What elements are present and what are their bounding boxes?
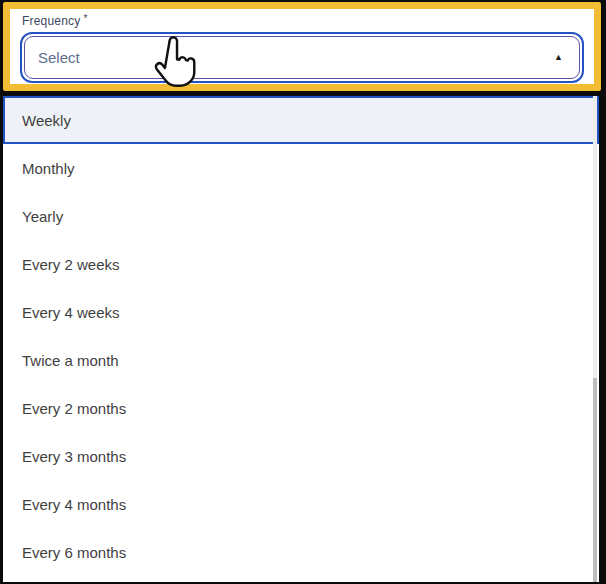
select-placeholder: Select <box>38 49 80 66</box>
option-every-4-months[interactable]: Every 4 months <box>3 480 599 528</box>
frequency-select[interactable]: Select ▲ <box>20 32 584 83</box>
option-every-4-weeks[interactable]: Every 4 weeks <box>3 288 599 336</box>
frequency-dropdown-list: Weekly Monthly Yearly Every 2 weeks Ever… <box>3 96 599 582</box>
option-monthly[interactable]: Monthly <box>3 144 599 192</box>
required-asterisk: * <box>84 13 88 24</box>
option-yearly[interactable]: Yearly <box>3 192 599 240</box>
option-every-2-weeks[interactable]: Every 2 weeks <box>3 240 599 288</box>
field-label: Frequency* <box>22 13 594 28</box>
option-every-3-months[interactable]: Every 3 months <box>3 432 599 480</box>
option-twice-a-month[interactable]: Twice a month <box>3 336 599 384</box>
field-highlight-box: Frequency* Select ▲ <box>3 2 601 91</box>
scrollbar-thumb[interactable] <box>593 378 597 582</box>
triangle-up-icon: ▲ <box>554 53 563 62</box>
field-label-text: Frequency <box>22 14 81 28</box>
option-every-2-months[interactable]: Every 2 months <box>3 384 599 432</box>
frequency-select-inner[interactable]: Select ▲ <box>24 36 580 79</box>
option-weekly[interactable]: Weekly <box>3 96 599 144</box>
option-every-6-months[interactable]: Every 6 months <box>3 528 599 576</box>
